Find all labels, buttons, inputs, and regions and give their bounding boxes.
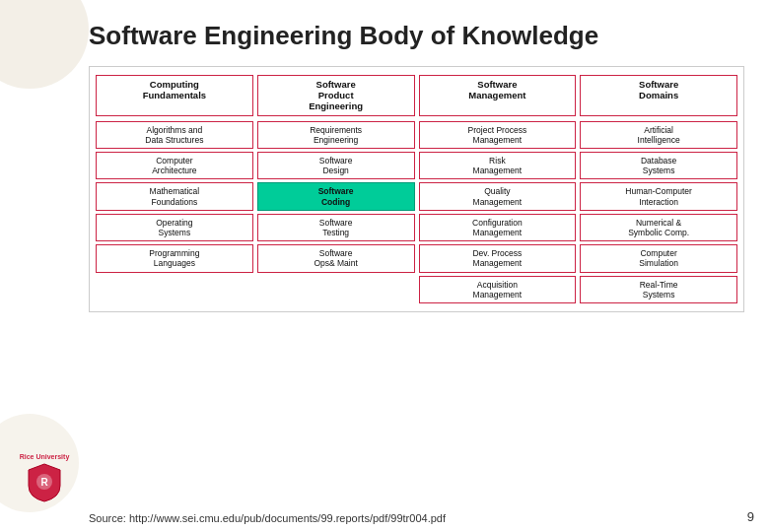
- col-items-2: Project ProcessManagementRiskManagementQ…: [419, 121, 577, 303]
- item-box-3-0: ArtificialIntelligence: [580, 121, 737, 149]
- item-box-3-2: Human-ComputerInteraction: [580, 182, 737, 210]
- item-box-1-4: SoftwareOps& Maint: [257, 244, 415, 272]
- page-content: Software Engineering Body of Knowledge C…: [0, 0, 769, 532]
- col-header-3: SoftwareDomains: [580, 75, 737, 116]
- item-box-2-2: QualityManagement: [419, 182, 577, 210]
- column-headers: ComputingFundamentalsSoftwareProductEngi…: [96, 75, 737, 116]
- item-box-3-4: ComputerSimulation: [580, 244, 737, 272]
- page-title: Software Engineering Body of Knowledge: [89, 20, 744, 52]
- col-header-0: ComputingFundamentals: [96, 75, 253, 116]
- item-box-0-2: MathematicalFoundations: [96, 182, 253, 210]
- col-items-3: ArtificialIntelligenceDatabaseSystemsHum…: [580, 121, 737, 303]
- item-box-3-3: Numerical &Symbolic Comp.: [580, 214, 737, 241]
- item-box-0-3: OperatingSystems: [96, 214, 253, 241]
- item-box-1-1: SoftwareDesign: [257, 152, 415, 179]
- item-box-0-0: Algorithms andData Structures: [96, 121, 253, 149]
- col-items-0: Algorithms andData StructuresComputerArc…: [96, 121, 253, 303]
- col-header-1: SoftwareProductEngineering: [257, 75, 415, 116]
- col-header-2: SoftwareManagement: [419, 75, 577, 116]
- item-box-0-4: ProgrammingLanguages: [96, 244, 253, 272]
- item-box-0-1: ComputerArchitecture: [96, 152, 253, 179]
- diagram-area: ComputingFundamentalsSoftwareProductEngi…: [89, 66, 744, 312]
- item-box-2-3: ConfigurationManagement: [419, 214, 577, 241]
- item-box-3-5: Real-TimeSystems: [580, 276, 737, 303]
- item-box-1-3: SoftwareTesting: [257, 214, 415, 241]
- col-items-1: RequirementsEngineeringSoftwareDesignSof…: [257, 121, 415, 303]
- column-items-row: Algorithms andData StructuresComputerArc…: [96, 121, 737, 303]
- item-box-2-4: Dev. ProcessManagement: [419, 244, 577, 272]
- item-box-1-0: RequirementsEngineering: [257, 121, 415, 149]
- item-box-3-1: DatabaseSystems: [580, 152, 737, 179]
- item-box-1-2: SoftwareCoding: [257, 182, 415, 210]
- item-box-2-5: AcquisitionManagement: [419, 276, 577, 303]
- item-box-2-0: Project ProcessManagement: [419, 121, 577, 149]
- item-box-2-1: RiskManagement: [419, 152, 577, 179]
